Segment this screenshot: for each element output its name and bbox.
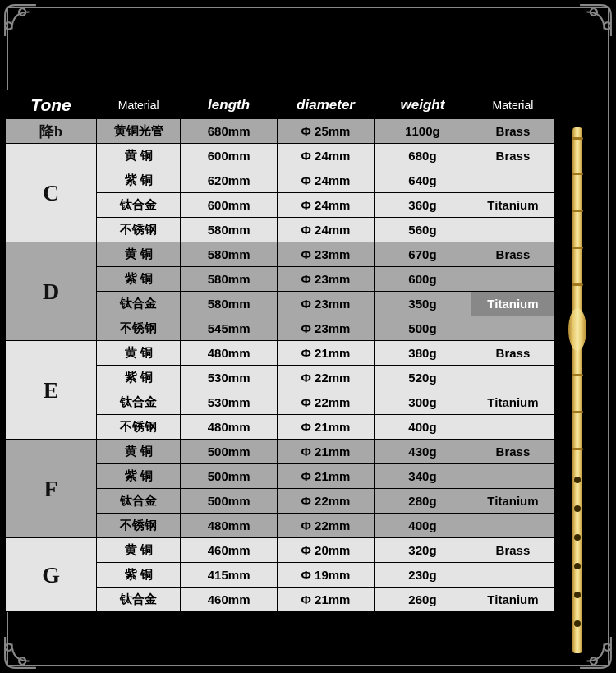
spec-table-container: Tone Material length diameter weight Mat… [5, 90, 555, 612]
length-cell: 680mm [181, 119, 278, 144]
length-cell: 545mm [181, 316, 278, 341]
diameter-cell: Φ 22mm [278, 390, 375, 415]
length-cell: 480mm [181, 514, 278, 538]
diameter-cell: Φ 24mm [278, 168, 375, 193]
material-cn-cell: 钛合金 [97, 489, 181, 514]
material-cn-cell: 黄 铜 [97, 242, 181, 267]
material-en-cell: Brass [471, 538, 554, 563]
diameter-cell: Φ 22mm [278, 366, 375, 390]
material-en-cell [471, 168, 554, 193]
length-cell: 600mm [181, 193, 278, 218]
diameter-cell: Φ 24mm [278, 144, 375, 168]
weight-cell: 340g [375, 464, 471, 489]
material-cn-cell: 紫 铜 [97, 267, 181, 292]
weight-cell: 680g [375, 144, 471, 168]
diameter-cell: Φ 23mm [278, 292, 375, 316]
tone-cell: F [6, 440, 97, 538]
weight-cell: 400g [375, 415, 471, 440]
length-cell: 580mm [181, 267, 278, 292]
weight-cell: 560g [375, 218, 471, 242]
col-length: length [181, 91, 278, 119]
table-row: 降b黄铜光管680mmΦ 25mm1100gBrass [6, 119, 555, 144]
material-en-cell [471, 218, 554, 242]
length-cell: 600mm [181, 144, 278, 168]
weight-cell: 430g [375, 440, 471, 464]
material-en-cell: Brass [471, 119, 554, 144]
length-cell: 530mm [181, 366, 278, 390]
diameter-cell: Φ 21mm [278, 415, 375, 440]
length-cell: 480mm [181, 341, 278, 366]
length-cell: 460mm [181, 588, 278, 612]
corner-ornament-icon [3, 3, 38, 38]
corner-ornament-icon [3, 635, 38, 670]
table-row: C黄 铜600mmΦ 24mm680gBrass [6, 144, 555, 168]
material-en-cell: Titanium [471, 193, 554, 218]
table-row: G黄 铜460mmΦ 20mm320gBrass [6, 538, 555, 563]
table-row: F黄 铜500mmΦ 21mm430gBrass [6, 440, 555, 464]
material-cn-cell: 紫 铜 [97, 563, 181, 588]
length-cell: 580mm [181, 292, 278, 316]
material-cn-cell: 不锈钢 [97, 415, 181, 440]
weight-cell: 350g [375, 292, 471, 316]
tone-cell: E [6, 341, 97, 440]
tone-cell: G [6, 538, 97, 612]
material-cn-cell: 钛合金 [97, 588, 181, 612]
weight-cell: 230g [375, 563, 471, 588]
length-cell: 620mm [181, 168, 278, 193]
diameter-cell: Φ 21mm [278, 588, 375, 612]
material-cn-cell: 不锈钢 [97, 316, 181, 341]
weight-cell: 670g [375, 242, 471, 267]
tone-cell: C [6, 144, 97, 242]
material-en-cell [471, 366, 554, 390]
material-cn-cell: 不锈钢 [97, 218, 181, 242]
weight-cell: 520g [375, 366, 471, 390]
material-en-cell [471, 267, 554, 292]
material-en-cell [471, 415, 554, 440]
weight-cell: 1100g [375, 119, 471, 144]
diameter-cell: Φ 24mm [278, 193, 375, 218]
material-cn-cell: 黄铜光管 [97, 119, 181, 144]
material-cn-cell: 紫 铜 [97, 464, 181, 489]
length-cell: 500mm [181, 440, 278, 464]
length-cell: 580mm [181, 218, 278, 242]
material-en-cell [471, 514, 554, 538]
material-en-cell: Titanium [471, 489, 554, 514]
weight-cell: 500g [375, 316, 471, 341]
diameter-cell: Φ 25mm [278, 119, 375, 144]
length-cell: 480mm [181, 415, 278, 440]
col-weight: weight [375, 91, 471, 119]
diameter-cell: Φ 24mm [278, 218, 375, 242]
col-material-cn: Material [97, 91, 181, 119]
weight-cell: 260g [375, 588, 471, 612]
material-en-cell: Titanium [471, 292, 554, 316]
material-en-cell: Titanium [471, 588, 554, 612]
material-cn-cell: 钛合金 [97, 292, 181, 316]
diameter-cell: Φ 23mm [278, 316, 375, 341]
weight-cell: 320g [375, 538, 471, 563]
weight-cell: 600g [375, 267, 471, 292]
diameter-cell: Φ 21mm [278, 464, 375, 489]
col-material-en: Material [471, 91, 554, 119]
material-cn-cell: 钛合金 [97, 390, 181, 415]
diameter-cell: Φ 20mm [278, 538, 375, 563]
material-en-cell: Brass [471, 242, 554, 267]
weight-cell: 380g [375, 341, 471, 366]
material-en-cell: Titanium [471, 390, 554, 415]
material-cn-cell: 黄 铜 [97, 440, 181, 464]
table-header-row: Tone Material length diameter weight Mat… [6, 91, 555, 119]
diameter-cell: Φ 19mm [278, 563, 375, 588]
tone-cell: D [6, 242, 97, 341]
material-en-cell [471, 563, 554, 588]
material-cn-cell: 紫 铜 [97, 168, 181, 193]
material-cn-cell: 黄 铜 [97, 341, 181, 366]
diameter-cell: Φ 22mm [278, 514, 375, 538]
length-cell: 580mm [181, 242, 278, 267]
corner-ornament-icon [578, 3, 613, 38]
length-cell: 500mm [181, 464, 278, 489]
table-row: E黄 铜480mmΦ 21mm380gBrass [6, 341, 555, 366]
diameter-cell: Φ 22mm [278, 489, 375, 514]
weight-cell: 300g [375, 390, 471, 415]
material-cn-cell: 黄 铜 [97, 144, 181, 168]
diameter-cell: Φ 21mm [278, 341, 375, 366]
material-en-cell: Brass [471, 144, 554, 168]
